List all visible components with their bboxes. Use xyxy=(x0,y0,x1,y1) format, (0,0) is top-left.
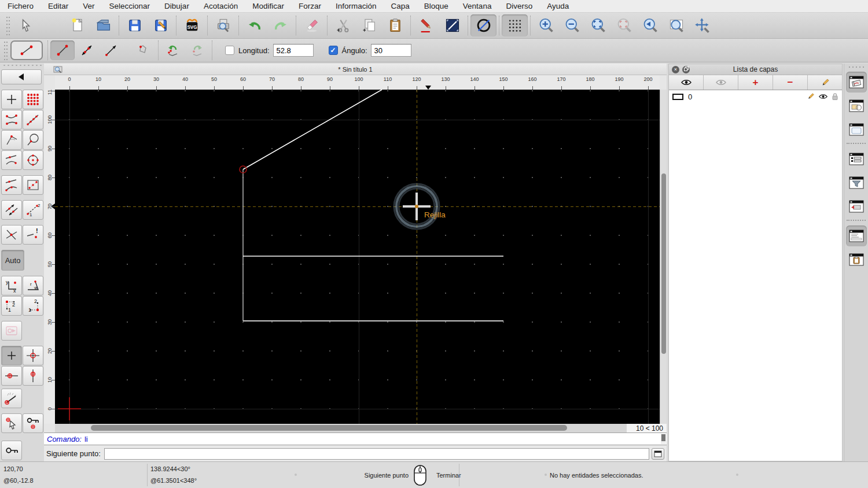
show-all-layers-button[interactable] xyxy=(669,75,704,90)
snap-intersection-button[interactable] xyxy=(1,225,22,245)
paste-button[interactable] xyxy=(382,14,408,36)
menu-item-ventana[interactable]: Ventana xyxy=(463,2,492,10)
drawing-canvas[interactable]: Rejilla xyxy=(55,90,660,424)
menu-item-bloque[interactable]: Bloque xyxy=(424,2,448,10)
line-two-points-button[interactable] xyxy=(50,40,75,60)
menu-item-fichero[interactable]: Fichero xyxy=(8,2,34,10)
menu-item-información[interactable]: Información xyxy=(336,2,377,10)
close-icon[interactable]: × xyxy=(672,66,679,73)
lock-relative-zero-button[interactable] xyxy=(23,413,43,433)
angle-checkbox[interactable]: ✓ xyxy=(329,46,338,55)
menu-item-diverso[interactable]: Diverso xyxy=(506,2,532,10)
save-button[interactable] xyxy=(122,14,148,36)
layer-edit-pencil-icon[interactable] xyxy=(807,93,815,101)
snap-endpoint-button[interactable] xyxy=(1,110,22,130)
command-history-line[interactable]: Comando: li xyxy=(44,432,667,445)
layer-lock-icon[interactable] xyxy=(832,93,838,101)
vertical-scrollbar-thumb[interactable] xyxy=(661,173,666,354)
snap-intersection-manual-button[interactable]: ! xyxy=(23,225,43,245)
relative-zero-button[interactable] xyxy=(1,346,22,365)
redo-button[interactable] xyxy=(267,14,293,36)
open-file-button[interactable] xyxy=(90,14,116,36)
dock-filter-button[interactable] xyxy=(846,172,867,193)
menu-item-editar[interactable]: Editar xyxy=(48,2,68,10)
print-preview-button[interactable] xyxy=(210,14,236,36)
dock-drag-handle[interactable] xyxy=(848,65,865,69)
select-arrow-tool[interactable] xyxy=(13,14,39,36)
hide-all-layers-button[interactable] xyxy=(704,75,738,90)
redo-segment-button[interactable] xyxy=(185,40,209,60)
auto-snap-button[interactable]: Auto xyxy=(1,250,24,271)
zoom-previous-button[interactable] xyxy=(611,14,637,36)
remove-layer-button[interactable]: − xyxy=(773,75,808,90)
coordinate-cartesian-button[interactable]: yx xyxy=(1,276,22,295)
command-input[interactable] xyxy=(104,448,649,460)
set-relative-zero-button[interactable] xyxy=(23,346,43,365)
undo-button[interactable] xyxy=(241,14,267,36)
key-lock-button[interactable] xyxy=(1,441,22,460)
save-as-button[interactable] xyxy=(148,14,174,36)
layer-visibility-eye-icon[interactable] xyxy=(818,93,828,100)
pick-coordinate-button[interactable] xyxy=(1,413,22,433)
menu-item-capa[interactable]: Capa xyxy=(391,2,410,10)
snap-center-button[interactable] xyxy=(23,150,43,170)
snap-free-button[interactable] xyxy=(1,90,22,109)
snap-parallel-button[interactable] xyxy=(1,200,22,220)
menu-item-ver[interactable]: Ver xyxy=(83,2,94,10)
zoom-back-button[interactable] xyxy=(637,14,663,36)
restrict-orthogonal-button[interactable] xyxy=(23,175,43,195)
snap-on-entity-button[interactable] xyxy=(23,110,43,130)
command-window-button[interactable] xyxy=(652,448,664,460)
cut-button[interactable] xyxy=(330,14,356,36)
toolbar-drag-handle[interactable] xyxy=(3,40,8,60)
zoom-in-button[interactable] xyxy=(533,14,559,36)
zoom-out-button[interactable] xyxy=(559,14,585,36)
dock-named-views-button[interactable] xyxy=(846,196,867,217)
order-clockwise-button[interactable]: 12 xyxy=(23,296,43,316)
angle-input[interactable] xyxy=(371,44,411,57)
angle-gauge-button[interactable] xyxy=(1,389,22,408)
toolbar-drag-handle[interactable] xyxy=(6,16,10,35)
menu-item-forzar[interactable]: Forzar xyxy=(299,2,321,10)
new-document-button[interactable] xyxy=(64,14,90,36)
edit-layer-button[interactable] xyxy=(808,75,842,90)
dock-block-list-button[interactable] xyxy=(846,95,867,116)
menu-item-acotación[interactable]: Acotación xyxy=(204,2,238,10)
draw-pen-button[interactable] xyxy=(413,14,439,36)
restrict-off-button[interactable] xyxy=(1,321,22,341)
add-layer-button[interactable]: + xyxy=(738,75,773,90)
snap-nearest-button[interactable] xyxy=(1,150,22,170)
snap-grid-button[interactable] xyxy=(23,90,43,109)
line-angle-button[interactable] xyxy=(99,40,123,60)
restrict-vertical-button[interactable] xyxy=(23,366,43,386)
command-scrollbar[interactable] xyxy=(661,434,666,444)
ellipse-arc-tool-button[interactable] xyxy=(470,14,496,36)
snap-back-button[interactable] xyxy=(1,69,42,84)
undo-segment-button[interactable] xyxy=(161,40,185,60)
copy-button[interactable] xyxy=(356,14,382,36)
length-input[interactable] xyxy=(273,44,314,57)
menu-item-ayuda[interactable]: Ayuda xyxy=(547,2,569,10)
snap-distance-button[interactable]: 12 xyxy=(23,200,43,220)
order-counterclockwise-button[interactable]: 12 xyxy=(1,296,22,316)
zoom-pan-button[interactable] xyxy=(689,14,715,36)
layer-row[interactable]: 0 xyxy=(669,90,842,103)
menu-item-seleccionar[interactable]: Seleccionar xyxy=(109,2,150,10)
snap-tangent-button[interactable] xyxy=(1,175,22,195)
restrict-horizontal-button[interactable] xyxy=(1,366,22,386)
zoom-auto-button[interactable] xyxy=(585,14,611,36)
line-angle-both-button[interactable] xyxy=(75,40,99,60)
menu-item-modificar[interactable]: Modificar xyxy=(252,2,284,10)
dock-entity-list-button[interactable] xyxy=(846,149,867,169)
snap-perpendicular-button[interactable] xyxy=(1,130,22,150)
grid-toggle-button[interactable] xyxy=(502,14,528,36)
menu-item-dibujar[interactable]: Dibujar xyxy=(164,2,189,10)
svg-export-button[interactable]: SVG xyxy=(179,14,205,36)
dock-clipboard-button[interactable] xyxy=(846,249,867,270)
delete-button[interactable] xyxy=(299,14,325,36)
horizontal-scrollbar-thumb[interactable] xyxy=(91,425,567,431)
dock-command-widget-button[interactable] xyxy=(846,225,867,246)
dock-library-browser-button[interactable] xyxy=(846,119,867,140)
zoom-window-button[interactable] xyxy=(663,14,689,36)
float-panel-icon[interactable] xyxy=(682,66,690,73)
